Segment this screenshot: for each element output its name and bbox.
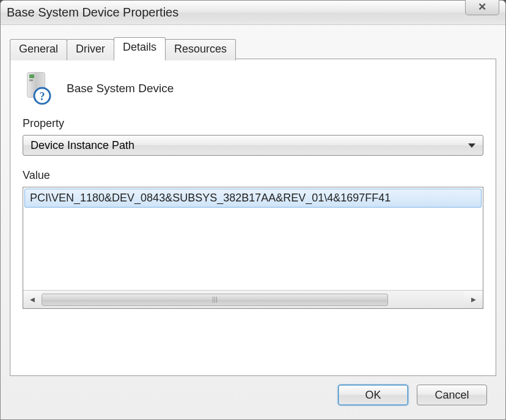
close-icon: ✕ [478, 1, 486, 13]
property-dropdown[interactable]: Device Instance Path [23, 135, 483, 156]
property-selected: Device Instance Path [31, 139, 134, 152]
value-item[interactable]: PCI\VEN_1180&DEV_0843&SUBSYS_382B17AA&RE… [24, 189, 482, 208]
svg-rect-2 [29, 74, 34, 78]
tab-general[interactable]: General [10, 39, 67, 60]
svg-text:?: ? [40, 90, 45, 103]
scroll-left-button[interactable]: ◄ [23, 291, 42, 308]
svg-rect-3 [29, 79, 33, 81]
device-header: ? Base System Device [23, 71, 483, 105]
titlebar: Base System Device Properties ✕ [1, 1, 505, 25]
properties-dialog: Base System Device Properties ✕ General … [0, 0, 506, 420]
chevron-down-icon [468, 143, 475, 148]
scroll-thumb[interactable] [42, 294, 388, 306]
device-icon: ? [23, 71, 53, 105]
property-label: Property [23, 117, 483, 130]
close-button[interactable]: ✕ [465, 0, 499, 15]
scroll-track[interactable] [42, 291, 464, 308]
arrow-left-icon: ◄ [29, 295, 37, 304]
tab-driver[interactable]: Driver [67, 39, 114, 60]
tab-resources[interactable]: Resources [165, 39, 236, 60]
arrow-right-icon: ► [470, 295, 478, 304]
scroll-right-button[interactable]: ► [464, 291, 483, 308]
value-label: Value [23, 169, 483, 182]
device-name: Base System Device [67, 82, 174, 95]
horizontal-scrollbar[interactable]: ◄ ► [23, 290, 483, 308]
value-list: PCI\VEN_1180&DEV_0843&SUBSYS_382B17AA&RE… [23, 187, 483, 290]
value-listbox[interactable]: PCI\VEN_1180&DEV_0843&SUBSYS_382B17AA&RE… [23, 187, 483, 309]
content-area: General Driver Details Resources ? [1, 25, 505, 411]
cancel-button[interactable]: Cancel [417, 385, 487, 405]
details-panel: ? Base System Device Proper [10, 59, 496, 376]
scroll-grip-icon [213, 297, 217, 303]
tab-details[interactable]: Details [114, 37, 166, 59]
tab-strip: General Driver Details Resources [10, 37, 496, 59]
window-title: Base System Device Properties [7, 5, 178, 20]
button-bar: OK Cancel [10, 376, 496, 405]
ok-button[interactable]: OK [338, 385, 408, 405]
tab-frame: General Driver Details Resources ? [10, 37, 496, 376]
